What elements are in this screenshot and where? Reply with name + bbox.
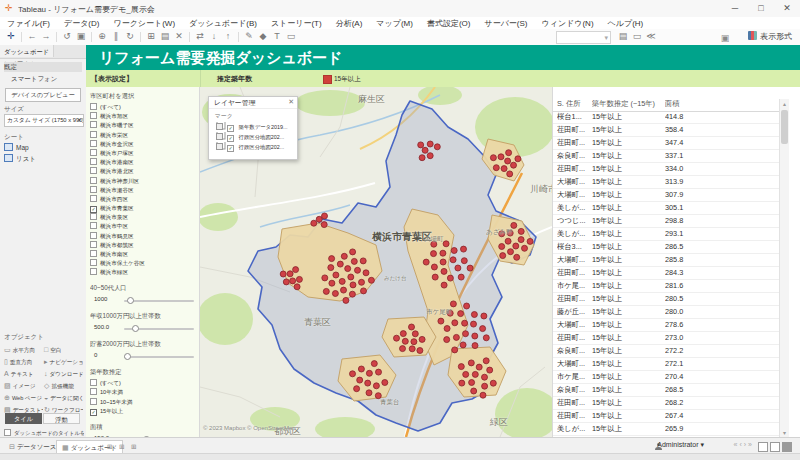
house-marker[interactable] — [363, 270, 369, 276]
house-marker[interactable] — [505, 238, 511, 244]
house-marker[interactable] — [461, 246, 467, 252]
house-marker[interactable] — [329, 280, 335, 286]
table-row-18[interactable]: 奈良町...15年以上272.2 — [553, 345, 779, 358]
house-marker[interactable] — [365, 380, 371, 386]
slider-1-track[interactable] — [124, 328, 194, 330]
house-marker[interactable] — [359, 279, 365, 285]
house-marker[interactable] — [462, 320, 468, 326]
house-marker[interactable] — [351, 258, 357, 264]
house-marker[interactable] — [280, 271, 286, 277]
house-marker[interactable] — [464, 303, 470, 309]
house-marker[interactable] — [472, 333, 478, 339]
house-marker[interactable] — [354, 386, 360, 392]
house-marker[interactable] — [360, 258, 366, 264]
redo-icon[interactable]: → — [39, 29, 53, 44]
table-row-20[interactable]: 市ケ尾...15年以上270.4 — [553, 371, 779, 384]
house-marker[interactable] — [412, 331, 418, 337]
object-item-2[interactable]: ▯垂直方向 — [3, 356, 43, 367]
house-marker[interactable] — [432, 274, 438, 280]
house-marker[interactable] — [482, 383, 488, 389]
house-marker[interactable] — [382, 380, 388, 386]
house-marker[interactable] — [443, 241, 449, 247]
show-me-button[interactable]: 表示形式 — [744, 30, 796, 43]
house-marker[interactable] — [423, 259, 429, 265]
layer-item-2[interactable]: ✓ 行政区分地図202... — [209, 142, 297, 152]
house-marker[interactable] — [518, 237, 524, 243]
highlight-icon[interactable]: ✎ — [242, 29, 256, 44]
house-marker[interactable] — [438, 318, 444, 324]
house-marker[interactable] — [343, 297, 349, 303]
header-address[interactable]: S. 住所 — [557, 99, 590, 109]
show-dashboard-title-checkbox[interactable]: ダッシュボードのタイトルを表示 — [4, 429, 84, 437]
table-row-22[interactable]: 荏田町...15年以上268.2 — [553, 397, 779, 410]
object-item-8[interactable]: ⊕Web ページ — [3, 392, 43, 403]
refresh-icon[interactable]: ↻ — [123, 29, 137, 44]
replay-icon[interactable]: ↺ — [60, 29, 74, 44]
house-marker[interactable] — [518, 228, 524, 234]
house-marker[interactable] — [371, 361, 377, 367]
house-marker[interactable] — [450, 257, 456, 263]
age-filter-option-1[interactable]: 10年未満 — [90, 388, 199, 398]
city-filter-option-13[interactable]: 横浜市中区 — [90, 222, 199, 231]
object-item-9[interactable]: ◒データに聞く — [43, 392, 83, 403]
house-marker[interactable] — [463, 371, 469, 377]
duplicate-sheet-icon[interactable]: ▤ — [158, 29, 172, 44]
group-members-icon[interactable]: ◆ — [256, 29, 270, 44]
undo-icon[interactable]: ← — [25, 29, 39, 44]
table-row-0[interactable]: 桜台1...15年以上414.8 — [553, 111, 779, 124]
table-row-10[interactable]: 桜台3...15年以上286.5 — [553, 241, 779, 254]
table-row-4[interactable]: 荏田町...15年以上334.0 — [553, 163, 779, 176]
table-row-16[interactable]: 大場町...15年以上278.6 — [553, 319, 779, 332]
table-row-7[interactable]: 美しが...15年以上305.1 — [553, 202, 779, 215]
city-filter-option-12[interactable]: 横浜市泉区 — [90, 213, 199, 222]
grid-view-icon[interactable] — [758, 442, 768, 452]
new-worksheet-icon[interactable]: ⊞ — [144, 29, 158, 44]
share-icon[interactable]: ≪ — [644, 29, 658, 44]
close-icon[interactable]: ✕ — [288, 98, 294, 106]
house-marker[interactable] — [427, 141, 433, 147]
house-marker[interactable] — [508, 249, 514, 255]
house-marker[interactable] — [461, 258, 467, 264]
table-row-12[interactable]: 荏田町...15年以上284.3 — [553, 267, 779, 280]
house-marker[interactable] — [373, 383, 379, 389]
house-marker[interactable] — [514, 254, 520, 260]
house-marker[interactable] — [368, 277, 374, 283]
user-menu[interactable]: Administrator ▾ — [657, 441, 704, 449]
table-scrollbar[interactable]: ▴ ▾ — [779, 99, 789, 437]
floating-button[interactable]: 浮動 — [43, 413, 80, 424]
house-marker[interactable] — [452, 320, 458, 326]
tiled-button[interactable]: タイル — [5, 413, 42, 424]
house-marker[interactable] — [468, 360, 474, 366]
object-item-5[interactable]: ↓ダウンロード — [43, 368, 83, 379]
object-item-7[interactable]: ◇拡張機能 — [43, 380, 83, 391]
house-marker[interactable] — [513, 243, 519, 249]
object-item-6[interactable]: ▨イメージ — [3, 380, 43, 391]
table-row-9[interactable]: 美しが...15年以上293.1 — [553, 228, 779, 241]
save-icon[interactable]: ▣ — [74, 29, 88, 44]
house-marker[interactable] — [507, 230, 513, 236]
new-data-source-icon[interactable]: ⊕ — [95, 29, 109, 44]
house-marker[interactable] — [493, 165, 499, 171]
house-marker[interactable] — [453, 334, 459, 340]
house-marker[interactable] — [451, 248, 457, 254]
house-marker[interactable] — [440, 259, 446, 265]
house-marker[interactable] — [444, 337, 450, 343]
house-marker[interactable] — [431, 241, 437, 247]
device-phone-item[interactable]: スマートフォン — [4, 74, 82, 84]
house-marker[interactable] — [506, 150, 512, 156]
house-marker[interactable] — [499, 231, 505, 237]
city-filter-option-16[interactable]: 横浜市南区 — [90, 250, 199, 259]
house-marker[interactable] — [469, 380, 475, 386]
clear-sheet-icon[interactable]: ✕ — [172, 29, 186, 44]
sheet-item-map[interactable]: Map — [4, 143, 82, 153]
table-row-13[interactable]: 市ケ尾...15年以上281.6 — [553, 280, 779, 293]
filmstrip-view-icon[interactable] — [770, 442, 780, 452]
house-marker[interactable] — [358, 366, 364, 372]
age-filter-option-3[interactable]: ✓15年以上 — [90, 407, 199, 417]
scrollbar-thumb[interactable] — [781, 110, 788, 144]
age-filter-option-0[interactable]: (すべて) — [90, 379, 199, 389]
header-area[interactable]: 面積 — [665, 99, 715, 109]
table-row-3[interactable]: 奈良町...15年以上337.1 — [553, 150, 779, 163]
layer-item-0[interactable]: ✓ 築年数データ2019... — [209, 122, 297, 132]
object-item-3[interactable]: ▸ナビゲーション — [43, 356, 83, 367]
